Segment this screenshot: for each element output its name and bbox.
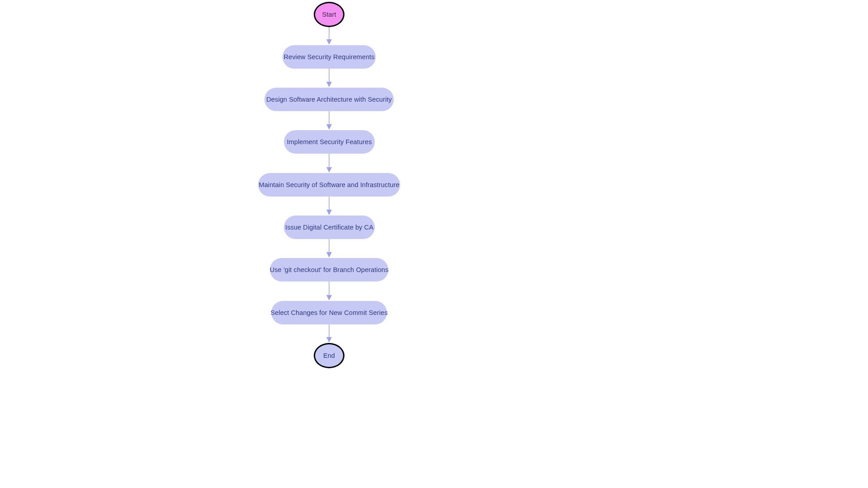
node-label: Maintain Security of Software and Infras… [259,181,399,188]
process-select-changes: Select Changes for New Commit Series [271,301,387,324]
process-review-security-requirements: Review Security Requirements [283,45,376,69]
terminal-end-label: End [323,352,335,359]
node-label: Design Software Architecture with Securi… [266,96,392,103]
process-implement-security: Implement Security Features [284,130,375,154]
node-label: Issue Digital Certificate by CA [285,224,373,231]
node-label: Select Changes for New Commit Series [270,309,387,316]
terminal-start-label: Start [322,11,336,18]
flowchart-canvas: Start Review Security Requirements Desig… [0,0,868,488]
process-git-checkout: Use 'git checkout' for Branch Operations [270,258,388,282]
process-issue-certificate: Issue Digital Certificate by CA [284,216,375,239]
terminal-end: End [314,343,344,368]
flowchart-arrows [0,0,868,488]
process-design-architecture: Design Software Architecture with Securi… [264,88,394,111]
node-label: Implement Security Features [287,138,372,145]
node-label: Review Security Requirements [283,53,374,61]
node-label: Use 'git checkout' for Branch Operations [270,266,389,273]
process-maintain-security: Maintain Security of Software and Infras… [258,173,400,197]
terminal-start: Start [314,2,344,27]
